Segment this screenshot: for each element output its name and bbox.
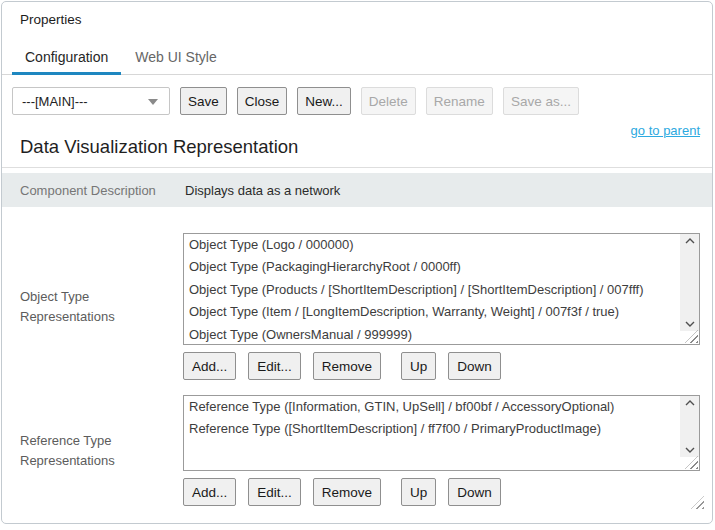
object-type-listbox[interactable]: Object Type (Logo / 000000) Object Type … (183, 233, 700, 345)
rename-button[interactable]: Rename (426, 87, 493, 115)
parent-link-row: go to parent (2, 121, 700, 136)
tab-configuration[interactable]: Configuration (12, 41, 121, 75)
resize-handle-icon[interactable] (685, 456, 698, 469)
list-item[interactable]: Reference Type ([Information, GTIN, UpSe… (184, 396, 699, 418)
object-type-edit-button[interactable]: Edit... (248, 352, 301, 380)
tab-bar: Configuration Web UI Style (2, 41, 712, 75)
component-description-row: Component Description Displays data as a… (2, 173, 712, 207)
object-type-add-button[interactable]: Add... (183, 352, 236, 380)
object-type-up-button[interactable]: Up (401, 352, 436, 380)
reference-type-up-button[interactable]: Up (401, 478, 436, 506)
reference-type-add-button[interactable]: Add... (183, 478, 236, 506)
scroll-up-icon[interactable] (685, 238, 695, 244)
page-title: Data Visualization Representation (20, 136, 712, 158)
save-as-button[interactable]: Save as... (503, 87, 579, 115)
config-toolbar: ---[MAIN]--- Save Close New... Delete Re… (12, 87, 702, 115)
configuration-select-value: ---[MAIN]--- (22, 94, 88, 109)
configuration-select[interactable]: ---[MAIN]--- (12, 87, 170, 115)
reference-type-row: Reference Type Representations Reference… (2, 395, 712, 506)
list-item[interactable]: Object Type (PackagingHierarchyRoot / 00… (184, 256, 699, 278)
chevron-down-icon (148, 99, 158, 105)
object-type-representations-label: Object Type Representations (2, 233, 183, 380)
listbox-scrollbar[interactable] (680, 234, 699, 331)
list-item[interactable]: Object Type (OwnersManual / 999999) (184, 324, 699, 345)
object-type-remove-button[interactable]: Remove (313, 352, 381, 380)
component-description-label: Component Description (20, 183, 167, 198)
reference-type-listbox[interactable]: Reference Type ([Information, GTIN, UpSe… (183, 395, 700, 471)
save-button[interactable]: Save (180, 87, 227, 115)
reference-type-buttons: Add... Edit... Remove Up Down (183, 478, 703, 506)
reference-type-remove-button[interactable]: Remove (313, 478, 381, 506)
scroll-down-icon[interactable] (685, 321, 695, 327)
reference-type-representations-label: Reference Type Representations (2, 395, 183, 506)
list-item[interactable]: Object Type (Item / [LongItemDescription… (184, 301, 699, 323)
list-item[interactable]: Object Type (Logo / 000000) (184, 234, 699, 256)
reference-type-edit-button[interactable]: Edit... (248, 478, 301, 506)
object-type-down-button[interactable]: Down (448, 352, 501, 380)
component-description-value: Displays data as a network (185, 183, 340, 198)
scroll-down-icon[interactable] (685, 447, 695, 453)
heading-divider (2, 167, 712, 168)
listbox-scrollbar[interactable] (680, 396, 699, 457)
properties-panel: Properties Configuration Web UI Style --… (1, 1, 713, 524)
delete-button[interactable]: Delete (361, 87, 416, 115)
reference-type-down-button[interactable]: Down (448, 478, 501, 506)
scroll-up-icon[interactable] (685, 400, 695, 406)
object-type-row: Object Type Representations Object Type … (2, 233, 712, 380)
go-to-parent-link[interactable]: go to parent (631, 123, 700, 138)
list-item[interactable]: Reference Type ([ShortItemDescription] /… (184, 418, 699, 440)
close-button[interactable]: Close (237, 87, 288, 115)
tab-web-ui-style[interactable]: Web UI Style (122, 41, 229, 75)
new-button[interactable]: New... (297, 87, 351, 115)
list-item[interactable]: Object Type (Products / [ShortItemDescri… (184, 279, 699, 301)
object-type-buttons: Add... Edit... Remove Up Down (183, 352, 703, 380)
panel-title: Properties (20, 12, 712, 27)
